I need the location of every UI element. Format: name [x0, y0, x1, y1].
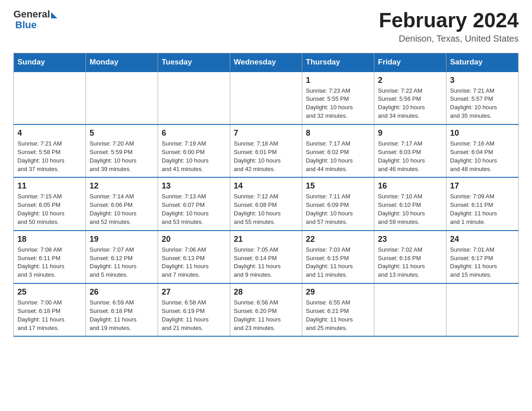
day-info: Sunrise: 6:58 AM Sunset: 6:19 PM Dayligh…	[162, 299, 226, 332]
calendar-cell: 20Sunrise: 7:06 AM Sunset: 6:13 PM Dayli…	[158, 231, 230, 283]
day-number: 1	[306, 76, 370, 85]
calendar-cell: 23Sunrise: 7:02 AM Sunset: 6:16 PM Dayli…	[374, 231, 446, 283]
day-number: 15	[306, 181, 370, 191]
logo-arrow-icon	[51, 12, 57, 18]
calendar-cell: 11Sunrise: 7:15 AM Sunset: 6:05 PM Dayli…	[14, 177, 86, 230]
day-info: Sunrise: 6:59 AM Sunset: 6:18 PM Dayligh…	[90, 299, 154, 332]
calendar-cell: 25Sunrise: 7:00 AM Sunset: 6:18 PM Dayli…	[14, 283, 86, 336]
day-info: Sunrise: 7:12 AM Sunset: 6:08 PM Dayligh…	[234, 193, 298, 226]
calendar-cell: 9Sunrise: 7:17 AM Sunset: 6:03 PM Daylig…	[374, 124, 446, 177]
calendar-cell	[446, 283, 519, 336]
day-number: 25	[17, 287, 82, 297]
day-info: Sunrise: 7:09 AM Sunset: 6:11 PM Dayligh…	[450, 193, 515, 226]
month-title: February 2024	[379, 9, 519, 32]
calendar-week-1: 1Sunrise: 7:23 AM Sunset: 5:55 PM Daylig…	[14, 72, 519, 124]
calendar-cell: 17Sunrise: 7:09 AM Sunset: 6:11 PM Dayli…	[446, 177, 519, 230]
calendar-cell: 15Sunrise: 7:11 AM Sunset: 6:09 PM Dayli…	[302, 177, 374, 230]
day-number: 2	[378, 76, 442, 85]
day-info: Sunrise: 7:15 AM Sunset: 6:05 PM Dayligh…	[17, 193, 82, 226]
day-info: Sunrise: 7:17 AM Sunset: 6:02 PM Dayligh…	[306, 140, 370, 173]
day-info: Sunrise: 7:20 AM Sunset: 5:59 PM Dayligh…	[90, 140, 154, 173]
calendar-cell	[14, 72, 86, 124]
calendar-cell: 1Sunrise: 7:23 AM Sunset: 5:55 PM Daylig…	[302, 72, 374, 124]
calendar-cell: 4Sunrise: 7:21 AM Sunset: 5:58 PM Daylig…	[14, 124, 86, 177]
day-info: Sunrise: 7:05 AM Sunset: 6:14 PM Dayligh…	[234, 246, 298, 279]
day-info: Sunrise: 7:07 AM Sunset: 6:12 PM Dayligh…	[90, 246, 154, 279]
day-info: Sunrise: 7:21 AM Sunset: 5:57 PM Dayligh…	[450, 87, 515, 120]
location: Denison, Texas, United States	[379, 34, 519, 44]
calendar-cell: 5Sunrise: 7:20 AM Sunset: 5:59 PM Daylig…	[86, 124, 158, 177]
day-number: 8	[306, 128, 370, 138]
day-info: Sunrise: 7:02 AM Sunset: 6:16 PM Dayligh…	[378, 246, 442, 279]
weekday-header-row: SundayMondayTuesdayWednesdayThursdayFrid…	[14, 53, 519, 72]
day-number: 3	[450, 76, 515, 85]
day-number: 18	[17, 235, 82, 244]
day-number: 26	[90, 287, 154, 297]
day-info: Sunrise: 7:03 AM Sunset: 6:15 PM Dayligh…	[306, 246, 370, 279]
day-number: 21	[234, 235, 298, 244]
day-number: 29	[306, 287, 370, 297]
weekday-header-wednesday: Wednesday	[230, 53, 302, 72]
calendar-cell: 6Sunrise: 7:19 AM Sunset: 6:00 PM Daylig…	[158, 124, 230, 177]
page-header: General Blue February 2024 Denison, Texa…	[13, 9, 519, 44]
calendar-cell: 2Sunrise: 7:22 AM Sunset: 5:56 PM Daylig…	[374, 72, 446, 124]
day-number: 22	[306, 235, 370, 244]
logo-general: General	[13, 9, 50, 20]
day-info: Sunrise: 7:19 AM Sunset: 6:00 PM Dayligh…	[162, 140, 226, 173]
calendar-cell	[158, 72, 230, 124]
day-info: Sunrise: 7:23 AM Sunset: 5:55 PM Dayligh…	[306, 87, 370, 120]
day-number: 24	[450, 235, 515, 244]
day-info: Sunrise: 7:14 AM Sunset: 6:06 PM Dayligh…	[90, 193, 154, 226]
weekday-header-monday: Monday	[86, 53, 158, 72]
weekday-header-saturday: Saturday	[446, 53, 519, 72]
weekday-header-friday: Friday	[374, 53, 446, 72]
day-number: 27	[162, 287, 226, 297]
day-info: Sunrise: 7:08 AM Sunset: 6:11 PM Dayligh…	[17, 246, 82, 279]
calendar-cell: 3Sunrise: 7:21 AM Sunset: 5:57 PM Daylig…	[446, 72, 519, 124]
day-number: 12	[90, 181, 154, 191]
calendar-cell: 22Sunrise: 7:03 AM Sunset: 6:15 PM Dayli…	[302, 231, 374, 283]
day-info: Sunrise: 7:13 AM Sunset: 6:07 PM Dayligh…	[162, 193, 226, 226]
calendar-cell: 16Sunrise: 7:10 AM Sunset: 6:10 PM Dayli…	[374, 177, 446, 230]
day-info: Sunrise: 7:21 AM Sunset: 5:58 PM Dayligh…	[17, 140, 82, 173]
day-info: Sunrise: 7:18 AM Sunset: 6:01 PM Dayligh…	[234, 140, 298, 173]
day-number: 10	[450, 128, 515, 138]
calendar-week-2: 4Sunrise: 7:21 AM Sunset: 5:58 PM Daylig…	[14, 124, 519, 177]
day-number: 17	[450, 181, 515, 191]
day-info: Sunrise: 7:01 AM Sunset: 6:17 PM Dayligh…	[450, 246, 515, 279]
logo: General Blue	[13, 9, 57, 30]
day-number: 20	[162, 235, 226, 244]
calendar-week-5: 25Sunrise: 7:00 AM Sunset: 6:18 PM Dayli…	[14, 283, 519, 336]
day-number: 11	[17, 181, 82, 191]
day-number: 14	[234, 181, 298, 191]
day-number: 23	[378, 235, 442, 244]
logo-blue: Blue	[15, 20, 57, 30]
day-number: 19	[90, 235, 154, 244]
day-info: Sunrise: 7:17 AM Sunset: 6:03 PM Dayligh…	[378, 140, 442, 173]
day-info: Sunrise: 7:06 AM Sunset: 6:13 PM Dayligh…	[162, 246, 226, 279]
day-number: 6	[162, 128, 226, 138]
calendar-week-4: 18Sunrise: 7:08 AM Sunset: 6:11 PM Dayli…	[14, 231, 519, 283]
calendar-table: SundayMondayTuesdayWednesdayThursdayFrid…	[13, 53, 519, 337]
calendar-cell: 27Sunrise: 6:58 AM Sunset: 6:19 PM Dayli…	[158, 283, 230, 336]
day-info: Sunrise: 7:10 AM Sunset: 6:10 PM Dayligh…	[378, 193, 442, 226]
day-number: 7	[234, 128, 298, 138]
calendar-cell	[86, 72, 158, 124]
day-number: 9	[378, 128, 442, 138]
calendar-cell: 18Sunrise: 7:08 AM Sunset: 6:11 PM Dayli…	[14, 231, 86, 283]
calendar-cell: 10Sunrise: 7:16 AM Sunset: 6:04 PM Dayli…	[446, 124, 519, 177]
day-info: Sunrise: 6:55 AM Sunset: 6:21 PM Dayligh…	[306, 299, 370, 332]
calendar-cell: 19Sunrise: 7:07 AM Sunset: 6:12 PM Dayli…	[86, 231, 158, 283]
calendar-cell: 26Sunrise: 6:59 AM Sunset: 6:18 PM Dayli…	[86, 283, 158, 336]
day-number: 5	[90, 128, 154, 138]
calendar-week-3: 11Sunrise: 7:15 AM Sunset: 6:05 PM Dayli…	[14, 177, 519, 230]
day-number: 4	[17, 128, 82, 138]
calendar-cell: 7Sunrise: 7:18 AM Sunset: 6:01 PM Daylig…	[230, 124, 302, 177]
day-info: Sunrise: 7:11 AM Sunset: 6:09 PM Dayligh…	[306, 193, 370, 226]
weekday-header-sunday: Sunday	[14, 53, 86, 72]
calendar-cell: 29Sunrise: 6:55 AM Sunset: 6:21 PM Dayli…	[302, 283, 374, 336]
calendar-cell: 8Sunrise: 7:17 AM Sunset: 6:02 PM Daylig…	[302, 124, 374, 177]
weekday-header-thursday: Thursday	[302, 53, 374, 72]
calendar-cell: 12Sunrise: 7:14 AM Sunset: 6:06 PM Dayli…	[86, 177, 158, 230]
day-number: 13	[162, 181, 226, 191]
